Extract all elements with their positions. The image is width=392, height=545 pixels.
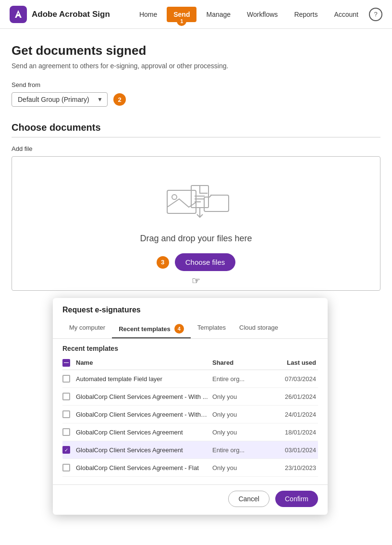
choose-files-button[interactable]: Choose files [175,253,236,271]
step-3-badge: 3 [157,256,169,269]
drop-zone-icon [158,181,234,226]
row-date-3: 24/01/2024 [265,411,318,418]
recent-templates-title: Recent templates [62,339,318,356]
drop-zone[interactable]: Drag and drop your files here 3 Choose f… [12,156,380,291]
header-name: Name [76,359,212,367]
row-date-4: 18/01/2024 [265,429,318,436]
logo-area: Adobe Acrobat Sign [10,6,110,23]
table-header: Name Shared Last used [62,356,318,370]
row-name-3: GlobalCorp Client Services Agreement - W… [76,411,212,418]
send-from-select[interactable]: Default Group (Primary) [12,92,108,107]
help-button[interactable]: ? [369,8,382,21]
tab-cloud-storage[interactable]: Cloud storage [233,320,285,338]
row-checkbox-3[interactable] [62,410,70,418]
nav-send-badge: 1 [177,16,186,26]
section-divider [12,137,380,137]
cancel-button[interactable]: Cancel [228,491,270,507]
header-shared: Shared [212,359,265,367]
row-checkbox-5[interactable] [62,446,70,454]
row-shared-5: Entire org... [212,446,265,454]
row-name-1: Automated template Field layer [76,375,212,383]
main-content: Get documents signed Send an agreement t… [0,29,392,291]
row-shared-6: Only you [212,464,265,471]
table-row[interactable]: Automated template Field layer Entire or… [62,370,318,388]
select-all-checkbox[interactable] [62,359,70,367]
row-date-5: 03/01/2024 [265,446,318,454]
tab-my-computer[interactable]: My computer [62,320,112,338]
table-row[interactable]: GlobalCorp Client Services Agreement - W… [62,388,318,406]
page-subtitle: Send an agreement to others for e-signin… [12,62,380,70]
nav-workflows[interactable]: Workflows [240,7,284,22]
popup-title: Request e-signatures [62,306,318,314]
header-last-used: Last used [265,359,318,367]
send-from-select-group: Default Group (Primary) ▼ [12,92,108,107]
confirm-button[interactable]: Confirm [275,491,318,507]
main-nav: Home Send 1 Manage Workflows Reports Acc… [133,7,365,22]
cursor-hand-icon: ☞ [192,275,200,286]
popup-body: Recent templates Name Shared Last used A… [53,339,328,484]
row-name-6: GlobalCorp Client Services Agreement - F… [76,464,212,471]
row-shared-1: Entire org... [212,375,265,383]
choose-files-row: 3 Choose files ☞ [157,253,236,271]
tab-recent-templates[interactable]: Recent templates 4 [112,320,191,338]
row-date-2: 26/01/2024 [265,393,318,400]
tab-templates[interactable]: Templates [191,320,233,338]
tab-step-4-badge: 4 [174,324,184,334]
table-row[interactable]: GlobalCorp Client Services Agreement - W… [62,406,318,423]
row-checkbox-2[interactable] [62,393,70,400]
send-from-row: Default Group (Primary) ▼ 2 [12,92,380,107]
popup-header: Request e-signatures My computer Recent … [53,298,328,339]
nav-send[interactable]: Send 1 [167,7,196,22]
row-checkbox-6[interactable] [62,464,70,471]
popup-tabs: My computer Recent templates 4 Templates… [62,320,318,338]
logo-icon [10,6,27,23]
row-shared-2: Only you [212,393,265,400]
popup-footer: Cancel Confirm [53,484,328,515]
table-row[interactable]: GlobalCorp Client Services Agreement - F… [62,459,318,477]
row-name-5: GlobalCorp Client Services Agreement [76,446,212,454]
row-name-2: GlobalCorp Client Services Agreement - W… [76,393,212,400]
nav-account[interactable]: Account [327,7,365,22]
row-checkbox-1[interactable] [62,375,70,383]
row-checkbox-4[interactable] [62,428,70,436]
nav-reports[interactable]: Reports [287,7,324,22]
header-checkbox-col [62,359,76,367]
logo-text: Adobe Acrobat Sign [32,10,110,19]
nav-manage[interactable]: Manage [199,7,237,22]
table-row-selected[interactable]: GlobalCorp Client Services Agreement Ent… [62,441,318,459]
section-title: Choose documents [12,122,380,133]
row-date-6: 23/10/2023 [265,464,318,471]
request-esignatures-popup: Request e-signatures My computer Recent … [53,298,328,515]
row-shared-4: Only you [212,429,265,436]
svg-point-1 [172,195,177,199]
header: Adobe Acrobat Sign Home Send 1 Manage Wo… [0,0,392,29]
page-title: Get documents signed [12,43,380,58]
row-shared-3: Only you [212,411,265,418]
send-from-label: Send from [12,81,380,88]
add-file-label: Add file [12,145,380,152]
step-2-badge: 2 [113,93,126,106]
row-date-1: 07/03/2024 [265,375,318,383]
table-row[interactable]: GlobalCorp Client Services Agreement Onl… [62,423,318,441]
row-name-4: GlobalCorp Client Services Agreement [76,429,212,436]
nav-home[interactable]: Home [133,7,164,22]
drop-text: Drag and drop your files here [140,234,252,244]
